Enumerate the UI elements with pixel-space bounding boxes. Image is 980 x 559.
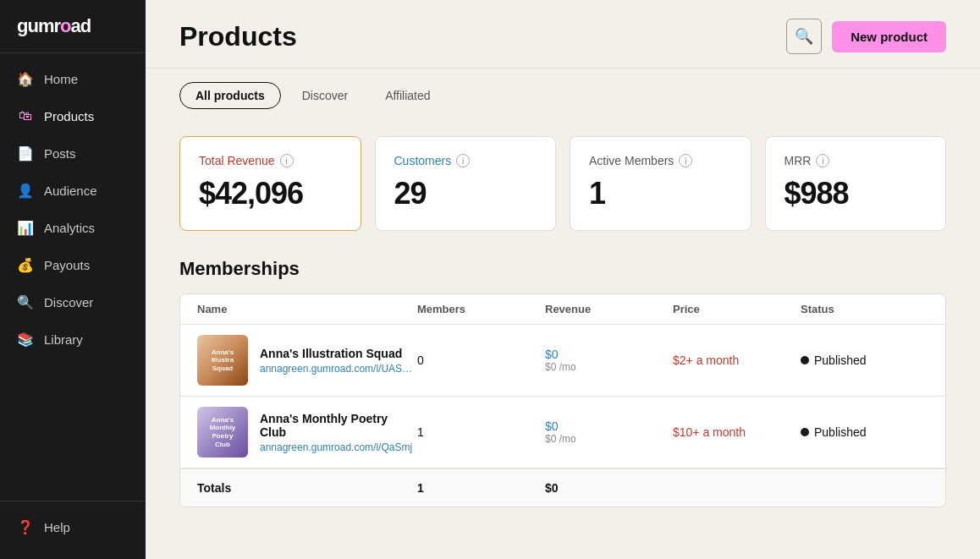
product-thumb-poetry: Anna'sMonthlyPoetryClub [197, 407, 248, 458]
totals-revenue: $0 [545, 481, 673, 495]
revenue-cell-illustration: $0 $0 /mo [545, 348, 673, 373]
sidebar-bottom: ❓ Help [0, 501, 146, 559]
sidebar-item-label: Analytics [44, 221, 95, 235]
product-link-illustration[interactable]: annagreen.gumroad.com/l/UASYbU [260, 363, 417, 375]
stat-value-customers: 29 [394, 176, 537, 211]
status-dot-poetry [801, 428, 809, 436]
sidebar-item-library[interactable]: 📚 Library [0, 321, 146, 358]
audience-icon: 👤 [17, 182, 34, 199]
status-cell-illustration: Published [801, 353, 928, 367]
sidebar-item-audience[interactable]: 👤 Audience [0, 172, 146, 209]
home-icon: 🏠 [17, 70, 34, 87]
stat-label-row-revenue: Total Revenue i [199, 154, 342, 167]
stat-value-members: 1 [589, 176, 732, 211]
product-info-illustration: Anna's Illustration Squad annagreen.gumr… [260, 347, 417, 375]
tabs-row: All products Discover Affiliated [146, 69, 980, 119]
col-header-status: Status [801, 303, 928, 315]
stat-card-mrr: MRR i $988 [765, 136, 947, 231]
col-header-name: Name [197, 303, 417, 315]
product-info-poetry: Anna's Monthly Poetry Club annagreen.gum… [260, 412, 417, 453]
sidebar-item-products[interactable]: 🛍 Products [0, 97, 146, 134]
tab-all-products[interactable]: All products [179, 82, 281, 109]
products-icon: 🛍 [17, 107, 34, 124]
memberships-section: Memberships Name Members Revenue Price S… [179, 258, 946, 507]
revenue-val-poetry: $0 [545, 419, 673, 433]
stat-label-mrr: MRR [785, 154, 812, 167]
stat-label-row-customers: Customers i [394, 154, 537, 167]
status-dot-illustration [801, 356, 809, 364]
stat-value-mrr: $988 [785, 176, 928, 211]
new-product-button[interactable]: New product [832, 21, 946, 52]
price-cell-illustration: $2+ a month [673, 353, 801, 367]
sidebar-item-label: Audience [44, 184, 97, 198]
stat-value-revenue: $42,096 [199, 176, 342, 211]
sidebar-item-label: Products [44, 109, 94, 123]
stat-card-customers: Customers i 29 [375, 136, 557, 231]
header-actions: 🔍 New product [786, 19, 946, 54]
sidebar-item-help[interactable]: ❓ Help [0, 508, 146, 545]
memberships-table: Name Members Revenue Price Status Anna's… [179, 293, 946, 507]
tab-affiliated[interactable]: Affiliated [369, 82, 446, 109]
product-link-poetry[interactable]: annagreen.gumroad.com/l/QaSmj [260, 441, 417, 453]
product-name-poetry: Anna's Monthly Poetry Club [260, 412, 417, 439]
thumb-poetry-img: Anna'sMonthlyPoetryClub [197, 407, 248, 458]
sidebar-item-discover[interactable]: 🔍 Discover [0, 283, 146, 321]
sidebar-item-label: Home [44, 72, 78, 86]
library-icon: 📚 [17, 331, 34, 348]
sidebar-item-label: Help [44, 520, 70, 534]
search-button[interactable]: 🔍 [786, 19, 822, 54]
product-name-illustration: Anna's Illustration Squad [260, 347, 417, 360]
product-cell-poetry: Anna'sMonthlyPoetryClub Anna's Monthly P… [197, 397, 417, 468]
stat-label-row-members: Active Members i [589, 154, 732, 167]
totals-label: Totals [197, 481, 417, 495]
stat-card-members: Active Members i 1 [570, 136, 752, 231]
status-label-poetry: Published [814, 425, 867, 439]
revenue-val-illustration: $0 [545, 348, 673, 361]
search-icon: 🔍 [795, 27, 813, 46]
stats-row: Total Revenue i $42,096 Customers i 29 A… [179, 136, 946, 231]
sidebar-item-analytics[interactable]: 📊 Analytics [0, 209, 146, 246]
stat-label-customers: Customers [394, 154, 452, 167]
analytics-icon: 📊 [17, 219, 34, 236]
status-badge-illustration: Published [801, 353, 928, 367]
status-badge-poetry: Published [801, 425, 928, 439]
sidebar-item-label: Library [44, 332, 83, 347]
sidebar-item-posts[interactable]: 📄 Posts [0, 134, 146, 172]
product-cell-illustration: Anna'sIllustraSquad Anna's Illustration … [197, 325, 417, 396]
sidebar-item-label: Discover [44, 295, 93, 310]
tab-discover[interactable]: Discover [286, 82, 364, 109]
posts-icon: 📄 [17, 145, 34, 162]
payouts-icon: 💰 [17, 256, 34, 273]
table-row: Anna'sIllustraSquad Anna's Illustration … [180, 325, 945, 397]
stat-label-members: Active Members [589, 154, 674, 167]
sidebar-item-payouts[interactable]: 💰 Payouts [0, 246, 146, 283]
price-cell-poetry: $10+ a month [673, 425, 801, 439]
memberships-title: Memberships [179, 258, 946, 280]
stat-label-revenue: Total Revenue [199, 154, 275, 167]
help-icon: ❓ [17, 518, 34, 535]
product-thumb-illustration: Anna'sIllustraSquad [197, 335, 248, 386]
col-header-revenue: Revenue [545, 303, 673, 315]
revenue-mo-illustration: $0 /mo [545, 361, 673, 373]
revenue-cell-poetry: $0 $0 /mo [545, 419, 673, 445]
stat-card-revenue: Total Revenue i $42,096 [179, 136, 361, 231]
sidebar: gumroad 🏠 Home 🛍 Products 📄 Posts 👤 Audi… [0, 0, 146, 559]
logo-area: gumroad [0, 0, 146, 53]
status-cell-poetry: Published [801, 425, 928, 439]
totals-row: Totals 1 $0 [180, 469, 945, 507]
mrr-info-icon[interactable]: i [816, 154, 829, 167]
members-cell-poetry: 1 [417, 425, 545, 439]
thumb-illustration-img: Anna'sIllustraSquad [197, 335, 248, 386]
price-val-poetry: $10+ a month [673, 425, 746, 439]
status-label-illustration: Published [814, 353, 867, 367]
stat-label-row-mrr: MRR i [785, 154, 928, 167]
revenue-mo-poetry: $0 /mo [545, 433, 673, 445]
sidebar-item-home[interactable]: 🏠 Home [0, 60, 146, 97]
members-info-icon[interactable]: i [679, 154, 692, 167]
customers-info-icon[interactable]: i [456, 154, 470, 167]
revenue-info-icon[interactable]: i [280, 154, 294, 167]
price-val-illustration: $2+ a month [673, 353, 739, 367]
page-title: Products [179, 21, 297, 52]
totals-members: 1 [417, 481, 545, 495]
members-cell-illustration: 0 [417, 353, 545, 367]
